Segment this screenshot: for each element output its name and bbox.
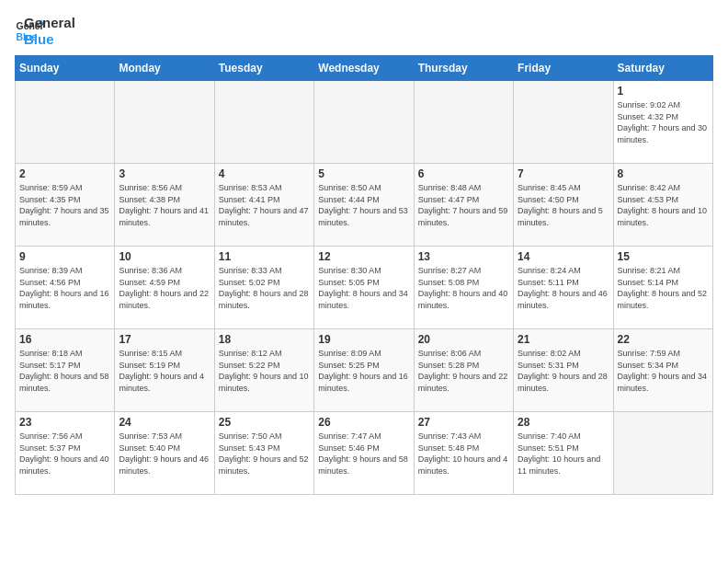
calendar-header: SundayMondayTuesdayWednesdayThursdayFrid…: [16, 56, 713, 81]
day-number: 1: [618, 85, 709, 98]
logo-general: General: [24, 15, 75, 31]
day-cell: 20Sunrise: 8:06 AM Sunset: 5:28 PM Dayli…: [414, 329, 513, 412]
day-cell: 21Sunrise: 8:02 AM Sunset: 5:31 PM Dayli…: [514, 329, 613, 412]
day-info: Sunrise: 7:43 AM Sunset: 5:48 PM Dayligh…: [418, 431, 509, 477]
day-info: Sunrise: 8:21 AM Sunset: 5:14 PM Dayligh…: [618, 265, 709, 311]
day-cell: 26Sunrise: 7:47 AM Sunset: 5:46 PM Dayli…: [314, 412, 414, 495]
header-tuesday: Tuesday: [214, 56, 313, 81]
day-cell: 11Sunrise: 8:33 AM Sunset: 5:02 PM Dayli…: [214, 247, 313, 329]
day-cell: 12Sunrise: 8:30 AM Sunset: 5:05 PM Dayli…: [314, 247, 414, 329]
day-cell: 19Sunrise: 8:09 AM Sunset: 5:25 PM Dayli…: [314, 329, 414, 412]
day-number: 14: [518, 250, 609, 263]
week-row-3: 9Sunrise: 8:39 AM Sunset: 4:56 PM Daylig…: [16, 247, 713, 329]
logo-blue: Blue: [24, 31, 75, 48]
day-cell: [16, 81, 115, 164]
day-info: Sunrise: 8:30 AM Sunset: 5:05 PM Dayligh…: [318, 265, 409, 311]
day-number: 27: [418, 416, 509, 429]
day-number: 11: [219, 250, 310, 263]
day-number: 12: [318, 250, 409, 263]
day-cell: 25Sunrise: 7:50 AM Sunset: 5:43 PM Dayli…: [214, 412, 313, 495]
day-cell: [214, 81, 313, 164]
day-number: 20: [418, 333, 509, 346]
day-info: Sunrise: 8:59 AM Sunset: 4:35 PM Dayligh…: [19, 182, 110, 228]
day-cell: 6Sunrise: 8:48 AM Sunset: 4:47 PM Daylig…: [414, 164, 513, 247]
day-info: Sunrise: 7:47 AM Sunset: 5:46 PM Dayligh…: [318, 431, 409, 477]
day-cell: 1Sunrise: 9:02 AM Sunset: 4:32 PM Daylig…: [613, 81, 712, 164]
day-number: 21: [518, 333, 609, 346]
day-cell: [414, 81, 513, 164]
day-info: Sunrise: 8:56 AM Sunset: 4:38 PM Dayligh…: [119, 182, 210, 228]
day-number: 7: [518, 167, 609, 180]
page-header: General Blue General Blue: [15, 15, 713, 48]
day-info: Sunrise: 8:45 AM Sunset: 4:50 PM Dayligh…: [518, 182, 609, 228]
day-info: Sunrise: 8:48 AM Sunset: 4:47 PM Dayligh…: [418, 182, 509, 228]
day-info: Sunrise: 8:42 AM Sunset: 4:53 PM Dayligh…: [618, 182, 709, 228]
day-number: 25: [219, 416, 310, 429]
day-number: 22: [618, 333, 709, 346]
day-number: 10: [119, 250, 210, 263]
day-cell: [314, 81, 414, 164]
calendar-table: SundayMondayTuesdayWednesdayThursdayFrid…: [15, 55, 713, 495]
day-number: 4: [219, 167, 310, 180]
day-info: Sunrise: 8:50 AM Sunset: 4:44 PM Dayligh…: [318, 182, 409, 228]
day-number: 18: [219, 333, 310, 346]
day-cell: 16Sunrise: 8:18 AM Sunset: 5:17 PM Dayli…: [16, 329, 115, 412]
day-cell: 22Sunrise: 7:59 AM Sunset: 5:34 PM Dayli…: [613, 329, 712, 412]
day-cell: 4Sunrise: 8:53 AM Sunset: 4:41 PM Daylig…: [214, 164, 313, 247]
day-number: 17: [119, 333, 210, 346]
day-number: 9: [19, 250, 110, 263]
day-cell: 23Sunrise: 7:56 AM Sunset: 5:37 PM Dayli…: [16, 412, 115, 495]
day-cell: 7Sunrise: 8:45 AM Sunset: 4:50 PM Daylig…: [514, 164, 613, 247]
day-cell: 3Sunrise: 8:56 AM Sunset: 4:38 PM Daylig…: [115, 164, 214, 247]
day-cell: 15Sunrise: 8:21 AM Sunset: 5:14 PM Dayli…: [613, 247, 712, 329]
day-number: 24: [119, 416, 210, 429]
day-info: Sunrise: 8:12 AM Sunset: 5:22 PM Dayligh…: [219, 348, 310, 394]
day-number: 6: [418, 167, 509, 180]
day-number: 15: [618, 250, 709, 263]
day-cell: 10Sunrise: 8:36 AM Sunset: 4:59 PM Dayli…: [115, 247, 214, 329]
week-row-2: 2Sunrise: 8:59 AM Sunset: 4:35 PM Daylig…: [16, 164, 713, 247]
day-cell: 13Sunrise: 8:27 AM Sunset: 5:08 PM Dayli…: [414, 247, 513, 329]
day-info: Sunrise: 8:33 AM Sunset: 5:02 PM Dayligh…: [219, 265, 310, 311]
day-cell: [613, 412, 712, 495]
header-sunday: Sunday: [16, 56, 115, 81]
day-info: Sunrise: 8:18 AM Sunset: 5:17 PM Dayligh…: [19, 348, 110, 394]
day-info: Sunrise: 8:39 AM Sunset: 4:56 PM Dayligh…: [19, 265, 110, 311]
header-monday: Monday: [115, 56, 214, 81]
day-info: Sunrise: 8:09 AM Sunset: 5:25 PM Dayligh…: [318, 348, 409, 394]
day-number: 2: [19, 167, 110, 180]
day-info: Sunrise: 9:02 AM Sunset: 4:32 PM Dayligh…: [618, 99, 709, 145]
day-info: Sunrise: 8:15 AM Sunset: 5:19 PM Dayligh…: [119, 348, 210, 394]
day-cell: 8Sunrise: 8:42 AM Sunset: 4:53 PM Daylig…: [613, 164, 712, 247]
day-info: Sunrise: 7:56 AM Sunset: 5:37 PM Dayligh…: [19, 431, 110, 477]
day-info: Sunrise: 8:06 AM Sunset: 5:28 PM Dayligh…: [418, 348, 509, 394]
day-cell: 24Sunrise: 7:53 AM Sunset: 5:40 PM Dayli…: [115, 412, 214, 495]
logo: General Blue General Blue: [15, 15, 75, 48]
day-cell: 27Sunrise: 7:43 AM Sunset: 5:48 PM Dayli…: [414, 412, 513, 495]
header-thursday: Thursday: [414, 56, 513, 81]
day-number: 8: [618, 167, 709, 180]
day-info: Sunrise: 8:36 AM Sunset: 4:59 PM Dayligh…: [119, 265, 210, 311]
day-cell: 5Sunrise: 8:50 AM Sunset: 4:44 PM Daylig…: [314, 164, 414, 247]
calendar-body: 1Sunrise: 9:02 AM Sunset: 4:32 PM Daylig…: [16, 81, 713, 495]
week-row-5: 23Sunrise: 7:56 AM Sunset: 5:37 PM Dayli…: [16, 412, 713, 495]
day-info: Sunrise: 7:50 AM Sunset: 5:43 PM Dayligh…: [219, 431, 310, 477]
day-cell: 14Sunrise: 8:24 AM Sunset: 5:11 PM Dayli…: [514, 247, 613, 329]
day-cell: 18Sunrise: 8:12 AM Sunset: 5:22 PM Dayli…: [214, 329, 313, 412]
header-wednesday: Wednesday: [314, 56, 414, 81]
day-info: Sunrise: 7:53 AM Sunset: 5:40 PM Dayligh…: [119, 431, 210, 477]
header-saturday: Saturday: [613, 56, 712, 81]
header-friday: Friday: [514, 56, 613, 81]
day-number: 23: [19, 416, 110, 429]
day-number: 16: [19, 333, 110, 346]
day-cell: 17Sunrise: 8:15 AM Sunset: 5:19 PM Dayli…: [115, 329, 214, 412]
day-cell: 9Sunrise: 8:39 AM Sunset: 4:56 PM Daylig…: [16, 247, 115, 329]
day-number: 5: [318, 167, 409, 180]
day-number: 19: [318, 333, 409, 346]
week-row-4: 16Sunrise: 8:18 AM Sunset: 5:17 PM Dayli…: [16, 329, 713, 412]
day-number: 3: [119, 167, 210, 180]
day-cell: [514, 81, 613, 164]
day-number: 26: [318, 416, 409, 429]
day-info: Sunrise: 8:24 AM Sunset: 5:11 PM Dayligh…: [518, 265, 609, 311]
header-row: SundayMondayTuesdayWednesdayThursdayFrid…: [16, 56, 713, 81]
